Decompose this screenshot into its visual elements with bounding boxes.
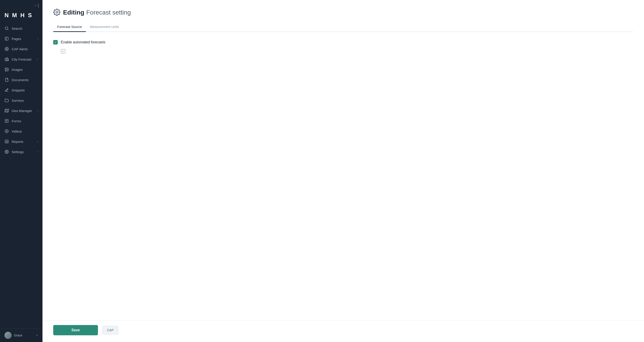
collapse-button[interactable]: ←|	[0, 0, 42, 10]
avatar	[4, 332, 12, 339]
sidebar-item-label: CAP Alerts	[12, 47, 28, 51]
chevron-up-icon: ∧	[36, 334, 38, 337]
avatar-image	[4, 332, 12, 339]
sidebar-item-snippets[interactable]: Snippets	[0, 85, 42, 95]
svg-point-9	[6, 68, 6, 69]
cap-badge: CAP	[102, 326, 118, 334]
search-icon	[4, 26, 9, 30]
gear-icon	[4, 47, 9, 51]
tab-forecast-source[interactable]: Forecast Source	[53, 22, 86, 32]
main-content: Editing Forecast setting Forecast Source…	[42, 0, 644, 342]
sidebar-item-label: Pages	[12, 37, 21, 41]
content-area: ✓ Enable automated forecasts ✓	[42, 32, 644, 320]
secondary-checkmark-icon: ✓	[62, 50, 64, 53]
sidebar-item-forms[interactable]: Forms	[0, 116, 42, 126]
title-subtitle: Forecast setting	[86, 9, 131, 16]
sidebar-item-settings[interactable]: Settings ›	[0, 147, 42, 157]
sidebar-item-cap-alerts[interactable]: CAP Alerts	[0, 44, 42, 54]
collapse-icon: ←|	[34, 3, 39, 8]
enable-automated-forecasts-label: Enable automated forecasts	[61, 40, 105, 44]
svg-point-23	[6, 151, 8, 152]
reports-icon	[4, 139, 9, 144]
sidebar-item-label: Surveys	[12, 98, 24, 102]
svg-marker-10	[5, 109, 9, 112]
sidebar-item-label: Geo Manager	[12, 109, 32, 113]
chevron-right-icon: ›	[37, 150, 38, 153]
svg-point-18	[6, 131, 8, 132]
tabs-bar: Forecast Source Measurement Units	[53, 22, 633, 32]
svg-rect-5	[5, 58, 6, 61]
city-forecast-icon	[4, 57, 9, 62]
sidebar-item-label: City Forecast	[12, 58, 31, 61]
svg-point-4	[6, 48, 8, 50]
sidebar-item-surveys[interactable]: Surveys	[0, 95, 42, 106]
logo: N M H S	[0, 10, 42, 23]
sidebar: ←| N M H S Search Pages ›	[0, 0, 42, 342]
pages-icon	[4, 36, 9, 41]
sidebar-item-search[interactable]: Search	[0, 23, 42, 34]
images-icon	[4, 67, 9, 72]
user-name: Grace	[14, 334, 34, 337]
chevron-right-icon: ›	[37, 58, 38, 61]
settings-icon	[4, 150, 9, 154]
chevron-right-icon: ›	[37, 140, 38, 143]
sidebar-item-label: Settings	[12, 150, 24, 154]
enable-automated-forecasts-row: ✓ Enable automated forecasts	[53, 40, 633, 44]
sidebar-item-label: Videos	[12, 130, 22, 133]
chevron-right-icon: ›	[37, 109, 38, 112]
bottom-bar: Save CAP	[42, 320, 644, 342]
svg-point-24	[56, 12, 58, 13]
documents-icon	[4, 78, 9, 82]
page-header: Editing Forecast setting	[42, 0, 644, 16]
save-button[interactable]: Save	[53, 325, 98, 335]
sidebar-item-label: Images	[12, 68, 22, 72]
secondary-checkbox[interactable]: ✓	[61, 49, 65, 54]
sidebar-item-label: Snippets	[12, 88, 24, 92]
forms-icon	[4, 119, 9, 123]
sidebar-item-label: Reports	[12, 140, 24, 144]
sidebar-item-geo-manager[interactable]: Geo Manager ›	[0, 106, 42, 116]
checkmark-icon: ✓	[54, 41, 57, 44]
surveys-icon	[4, 98, 9, 102]
geo-manager-icon	[4, 108, 9, 113]
chevron-right-icon: ›	[37, 37, 38, 40]
tab-measurement-units[interactable]: Measurement Units	[86, 22, 123, 32]
sidebar-nav: Search Pages › CAP Alerts	[0, 23, 42, 328]
videos-icon	[4, 129, 9, 134]
sidebar-item-documents[interactable]: Documents	[0, 75, 42, 85]
sidebar-item-pages[interactable]: Pages ›	[0, 34, 42, 44]
svg-point-17	[5, 130, 8, 133]
sidebar-item-videos[interactable]: Videos	[0, 126, 42, 136]
snippets-icon	[4, 88, 9, 92]
svg-line-1	[8, 29, 8, 30]
sidebar-item-reports[interactable]: Reports ›	[0, 136, 42, 147]
svg-rect-2	[5, 37, 8, 40]
user-footer[interactable]: Grace ∧	[0, 328, 42, 342]
sidebar-item-city-forecast[interactable]: City Forecast ›	[0, 54, 42, 64]
title-editing: Editing	[63, 9, 84, 16]
svg-rect-7	[8, 59, 8, 61]
svg-rect-6	[6, 58, 8, 61]
page-title: Editing Forecast setting	[63, 8, 131, 16]
sidebar-item-label: Forms	[12, 119, 21, 123]
gear-header-icon	[53, 9, 60, 16]
sidebar-item-label: Search	[12, 26, 22, 30]
sidebar-item-images[interactable]: Images	[0, 64, 42, 75]
enable-automated-forecasts-checkbox[interactable]: ✓	[53, 40, 58, 44]
secondary-checkbox-row: ✓	[61, 49, 633, 54]
sidebar-item-label: Documents	[12, 78, 28, 82]
